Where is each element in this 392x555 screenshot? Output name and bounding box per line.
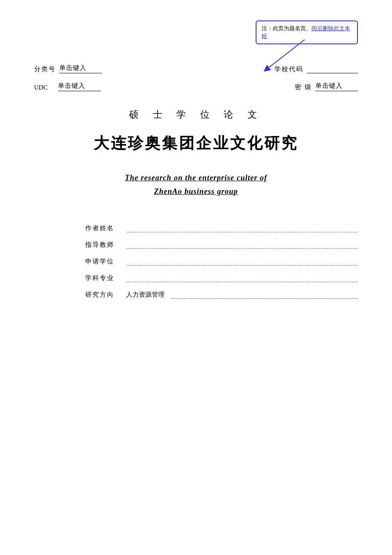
supervisor-row: 指导教师: [85, 241, 358, 249]
document-page: 注：此页为题名页。阅后删除此文本框 分类号 单击键入 学校代码 UDC 单击键入…: [0, 0, 392, 555]
udc-label: UDC: [34, 84, 48, 91]
secret-label: 密 级: [295, 83, 312, 91]
major-row: 学科专业: [85, 274, 358, 282]
author-name-input[interactable]: [126, 231, 358, 232]
subtitle-cn: 硕 士 学 位 论 文: [34, 108, 358, 121]
degree-row: 申请学位: [85, 257, 358, 266]
classification-group: 分类号 单击键入: [34, 64, 102, 73]
supervisor-input[interactable]: [126, 248, 358, 249]
english-title-line1: The research on the enterprise culter of: [34, 171, 358, 185]
english-title-section: The research on the enterprise culter of…: [34, 171, 358, 199]
research-direction-row: 研究方向 人力资源管理: [85, 291, 358, 299]
udc-input[interactable]: 单击键入: [58, 82, 101, 91]
author-name-row: 作者姓名: [85, 224, 358, 232]
tooltip-arrow-line: [258, 38, 309, 72]
classification-label: 分类号: [34, 65, 56, 73]
degree-input[interactable]: [126, 264, 358, 266]
author-section: 作者姓名 指导教师 申请学位 学科专业 研究方向 人力资源管理: [34, 224, 358, 299]
school-code-input[interactable]: [307, 65, 358, 73]
research-direction-label: 研究方向: [85, 291, 119, 299]
english-title-line2: ZhenAo business group: [34, 185, 358, 198]
secret-input[interactable]: 单击键入: [315, 82, 358, 91]
research-direction-value: 人力资源管理: [126, 291, 164, 299]
secret-group: 密 级 单击键入: [295, 82, 358, 91]
research-direction-input[interactable]: [171, 298, 358, 299]
degree-label: 申请学位: [85, 257, 119, 266]
fields-row-1: 分类号 单击键入 学校代码: [34, 64, 358, 73]
major-label: 学科专业: [85, 274, 119, 282]
major-input[interactable]: [126, 281, 358, 282]
classification-input[interactable]: 单击键入: [59, 64, 102, 73]
fields-row-2: UDC 单击键入 密 级 单击键入: [34, 82, 358, 91]
tooltip-static-text: 注：此页为题名页。: [262, 25, 311, 32]
author-name-label: 作者姓名: [85, 224, 119, 232]
udc-group: UDC 单击键入: [34, 82, 101, 91]
supervisor-label: 指导教师: [85, 241, 119, 249]
main-title-cn: 大连珍奥集团企业文化研究: [34, 133, 358, 154]
title-section: 硕 士 学 位 论 文 大连珍奥集团企业文化研究: [34, 108, 358, 154]
